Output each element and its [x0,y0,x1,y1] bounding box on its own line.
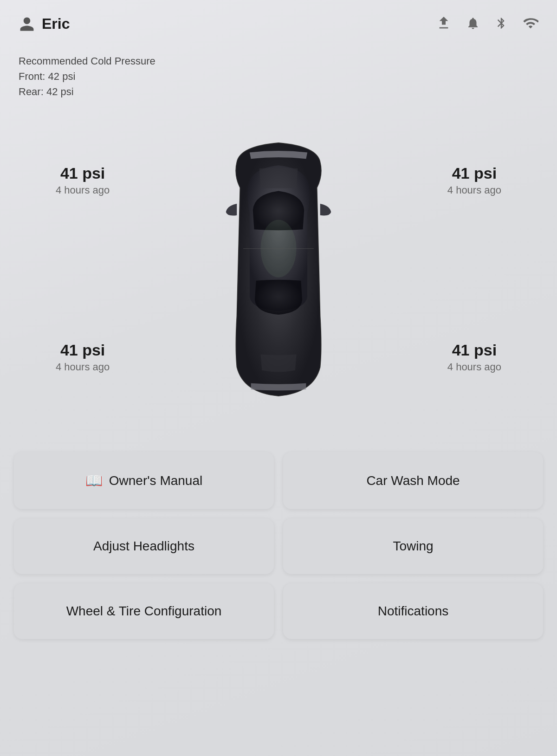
header: Eric [0,0,557,42]
tire-rear-right: 41 psi 4 hours ago [447,341,501,373]
tire-fr-psi: 41 psi [447,164,501,182]
tire-rear-left: 41 psi 4 hours ago [56,341,110,373]
tire-rl-time: 4 hours ago [56,361,110,373]
pressure-info: Recommended Cold Pressure Front: 42 psi … [0,42,557,99]
pressure-rear: Rear: 42 psi [19,84,538,99]
wifi-icon[interactable] [523,15,538,33]
home-icon[interactable] [436,15,451,33]
book-icon: 📖 [85,472,103,489]
user-name-label: Eric [42,15,70,32]
car-wash-mode-label: Car Wash Mode [366,473,460,488]
towing-label: Towing [393,539,433,554]
notification-icon[interactable] [466,16,480,32]
tire-rr-time: 4 hours ago [447,361,501,373]
car-wash-mode-button[interactable]: Car Wash Mode [283,452,543,509]
wheel-tire-config-label: Wheel & Tire Configuration [66,604,222,619]
owners-manual-label: Owner's Manual [109,473,202,488]
user-icon [19,16,35,32]
owners-manual-button[interactable]: 📖 Owner's Manual [14,452,274,509]
tire-rl-psi: 41 psi [56,341,110,359]
tire-fl-psi: 41 psi [56,164,110,182]
wheel-tire-config-button[interactable]: Wheel & Tire Configuration [14,583,274,639]
tire-fl-time: 4 hours ago [56,184,110,196]
tire-diagram: 41 psi 4 hours ago 41 psi 4 hours ago [0,109,557,433]
adjust-headlights-label: Adjust Headlights [93,539,194,554]
buttons-grid: 📖 Owner's Manual Car Wash Mode Adjust He… [0,438,557,653]
notifications-button[interactable]: Notifications [283,583,543,639]
tire-front-left: 41 psi 4 hours ago [56,164,110,196]
tire-rr-psi: 41 psi [447,341,501,359]
bluetooth-icon[interactable] [495,17,508,32]
notifications-label: Notifications [378,604,449,619]
tire-fr-time: 4 hours ago [447,184,501,196]
pressure-label: Recommended Cold Pressure [19,53,538,69]
header-left: Eric [19,15,70,32]
towing-button[interactable]: Towing [283,518,543,574]
adjust-headlights-button[interactable]: Adjust Headlights [14,518,274,574]
car-image [214,136,343,406]
header-icons [436,15,538,33]
pressure-front: Front: 42 psi [19,69,538,84]
tire-front-right: 41 psi 4 hours ago [447,164,501,196]
